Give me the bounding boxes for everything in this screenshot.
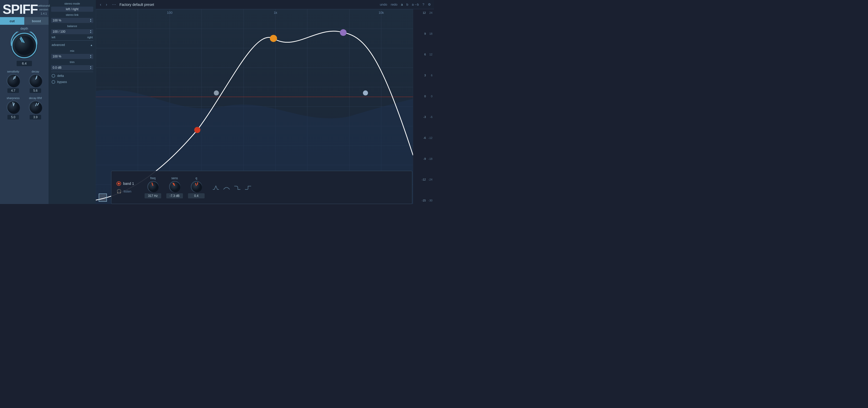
mix-label: mix: [51, 49, 93, 52]
sharpness-value: 5.0: [7, 115, 19, 120]
db-row-3: 3 6: [413, 74, 434, 77]
sharpness-knob[interactable]: [7, 101, 20, 114]
q-knob[interactable]: [191, 181, 202, 192]
decay-knob[interactable]: [29, 74, 42, 87]
decay-label: decay: [32, 70, 39, 73]
next-button[interactable]: ›: [105, 2, 108, 7]
sens-knob-svg: [169, 182, 181, 193]
svg-point-7: [8, 102, 20, 114]
svg-point-3: [8, 75, 20, 87]
svg-line-12: [152, 183, 153, 185]
decay-lfhf-value: 3.9: [30, 115, 41, 120]
shape-icon-peak[interactable]: [212, 185, 219, 190]
b-button[interactable]: b: [406, 3, 408, 6]
band-name-row: band 1: [117, 181, 140, 186]
balance-spinner[interactable]: ▲ ▼: [90, 30, 92, 34]
decay-lfhf-knob[interactable]: [29, 101, 42, 114]
spectrum-area[interactable]: 12 24 9 18 6 12 3 6 0 0 -3 -6: [96, 9, 434, 204]
freq-knob-svg: [148, 182, 159, 193]
band-dot[interactable]: [117, 181, 121, 186]
left-panel: SPIFF oeksound version 1.4.1 cut boost d…: [0, 0, 49, 204]
db-inner-24: 24: [427, 11, 432, 14]
ab-button[interactable]: a→b: [412, 3, 419, 6]
q-label: q: [195, 177, 197, 180]
band-shape-icons: [212, 185, 252, 190]
mix-row: 100 % ▲ ▼: [51, 54, 93, 59]
shape-icon-bell[interactable]: [223, 185, 230, 190]
freq-value: 317 Hz: [145, 193, 161, 198]
settings-button[interactable]: ⚙: [428, 3, 431, 6]
sensitivity-knob[interactable]: [7, 74, 20, 87]
menu-button[interactable]: ⋯: [111, 2, 117, 7]
tab-boost[interactable]: boost: [24, 17, 49, 25]
q-value: 0.4: [188, 193, 205, 198]
shape-icon-lowshelf[interactable]: [234, 185, 241, 190]
delta-row[interactable]: delta: [51, 73, 93, 78]
advanced-arrow: ▲: [90, 44, 93, 46]
balance-left-label: left: [52, 36, 56, 39]
delta-radio[interactable]: [52, 74, 55, 77]
redo-button[interactable]: redo: [391, 3, 398, 6]
sensitivity-knob-svg: [7, 74, 21, 88]
svg-line-6: [36, 76, 37, 79]
bypass-radio[interactable]: [52, 80, 55, 84]
stereo-link-row: 100 % ▲ ▼: [51, 18, 93, 23]
listen-label: listen: [124, 189, 131, 193]
sensitivity-label: sensitivity: [7, 70, 20, 73]
bypass-label: bypass: [57, 80, 67, 84]
stereo-link-label: stereo link: [51, 13, 93, 17]
help-button[interactable]: ?: [423, 3, 424, 6]
spinner-down[interactable]: ▼: [90, 21, 92, 23]
db-row-6: 6 12: [413, 53, 434, 56]
undo-button[interactable]: undo: [380, 3, 387, 6]
sens-knob[interactable]: [169, 181, 180, 192]
sharpness-knob-svg: [7, 101, 21, 115]
balance-spinner-down[interactable]: ▼: [90, 32, 92, 34]
stereo-mode-label: stereo mode: [51, 2, 93, 5]
sharpness-group: sharpness 5.0: [7, 96, 20, 120]
delta-label: delta: [57, 74, 64, 77]
mix-spinner[interactable]: ▲ ▼: [90, 54, 92, 59]
sharpness-label: sharpness: [7, 96, 20, 100]
top-bar: ‹ › ⋯ Factory default preset undo redo a…: [96, 0, 434, 9]
svg-point-9: [30, 102, 42, 114]
balance-label: balance: [51, 25, 93, 28]
db-row-n6: -6 -12: [413, 136, 434, 139]
version-info: oeksound version 1.4.1: [37, 4, 50, 15]
freq-knob[interactable]: [147, 181, 159, 192]
trim-label: trim: [51, 61, 93, 64]
depth-knob[interactable]: [11, 33, 37, 58]
shape-icon-highshelf[interactable]: [244, 185, 252, 190]
decay-value: 5.6: [30, 88, 41, 93]
advanced-header[interactable]: advanced ▲: [51, 42, 93, 48]
svg-point-1: [14, 36, 34, 55]
sens-label: sens: [172, 177, 178, 180]
mix-value: 100 %: [53, 55, 61, 58]
app-logo: SPIFF: [3, 3, 37, 16]
db-row-12: 12 24: [413, 11, 434, 14]
band-name-label: band 1: [123, 182, 134, 186]
stereo-link-value: 100 %: [53, 19, 61, 22]
decay-lfhf-label: decay lf/hf: [29, 96, 42, 100]
db-scale-right: 12 24 9 18 6 12 3 6 0 0 -3 -6: [413, 9, 434, 204]
right-controls-panel: stereo mode left / right stereo link 100…: [49, 0, 96, 204]
bypass-row[interactable]: bypass: [51, 80, 93, 84]
prev-button[interactable]: ‹: [99, 2, 102, 7]
svg-point-15: [192, 182, 202, 192]
balance-right-label: right: [87, 36, 93, 39]
listen-row[interactable]: 🎧 listen: [117, 189, 140, 194]
decay-lfhf-group: decay lf/hf 3.9: [29, 96, 42, 120]
band-dot-inner: [118, 183, 120, 185]
db-row-n12: -12 -24: [413, 178, 434, 181]
stereo-mode-select[interactable]: left / right: [51, 7, 93, 12]
trim-row: 0.0 dB ▲ ▼: [51, 65, 93, 70]
tab-cut[interactable]: cut: [0, 17, 24, 25]
trim-spinner[interactable]: ▲ ▼: [90, 66, 92, 70]
a-button[interactable]: a: [401, 3, 403, 6]
freq-knob-group: freq 317 Hz: [145, 177, 161, 198]
stereo-link-spinner[interactable]: ▲ ▼: [90, 19, 92, 23]
svg-point-11: [148, 182, 159, 192]
svg-point-5: [30, 75, 42, 87]
preset-name: Factory default preset: [120, 3, 377, 7]
q-knob-svg: [191, 182, 203, 193]
